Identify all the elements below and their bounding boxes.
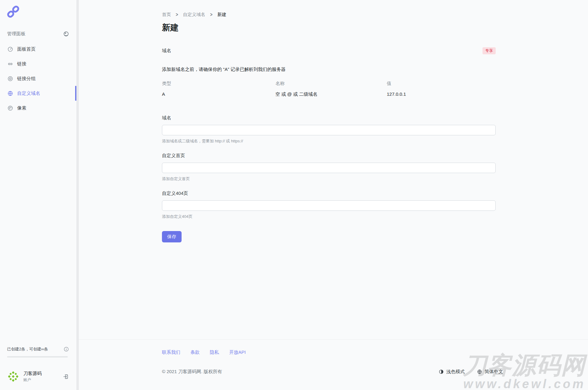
- account-name: 刀客源码: [23, 371, 42, 376]
- target-icon: [7, 76, 13, 82]
- domain-field-helper: 添加域名或二级域名，需要加 http:// 或 https://: [162, 138, 496, 144]
- breadcrumb-home[interactable]: 首页: [162, 12, 171, 17]
- dns-value-type: A: [162, 91, 275, 97]
- sidebar-item-link-groups[interactable]: 链接分组: [0, 71, 76, 86]
- sidebar-item-dashboard[interactable]: 面板首页: [0, 42, 76, 56]
- footer: 联系我们 条款 隐私 开放API © 2021 刀客源码网. 版权所有: [79, 339, 588, 390]
- domain-input[interactable]: [162, 125, 496, 135]
- link-icon: [7, 61, 13, 67]
- account-role: 账户: [23, 377, 42, 383]
- dns-value-name: 空 或 @ 或 二级域名: [275, 91, 387, 97]
- dns-value-value: 127.0.0.1: [387, 91, 496, 97]
- breadcrumb-custom-domains[interactable]: 自定义域名: [183, 12, 206, 17]
- custom-404-field-label: 自定义404页: [162, 191, 496, 196]
- app-logo[interactable]: [0, 5, 76, 23]
- pixel-spiral-icon: [7, 105, 13, 111]
- footer-links: 联系我们 条款 隐私 开放API: [162, 349, 588, 355]
- sidebar-item-label: 像素: [17, 105, 26, 111]
- theme-mode-toggle[interactable]: 浅色模式: [439, 369, 465, 375]
- sidebar-item-label: 自定义域名: [17, 91, 40, 96]
- sidebar-item-custom-domains[interactable]: 自定义域名: [0, 86, 76, 101]
- contrast-icon: [439, 369, 444, 374]
- logout-icon[interactable]: [63, 373, 69, 380]
- link-logo-icon: [6, 5, 76, 19]
- page: 管理面板 面板首页: [0, 0, 588, 390]
- copyright-text: © 2021 刀客源码网. 版权所有: [162, 369, 222, 375]
- dns-header-value: 值: [387, 81, 496, 87]
- dns-note: 添加新域名之前，请确保你的 “A” 记录已解析到我们的服务器: [162, 67, 496, 72]
- sidebar-item-pixels[interactable]: 像素: [0, 101, 76, 115]
- footer-link-contact[interactable]: 联系我们: [162, 349, 180, 355]
- theme-mode-label: 浅色模式: [446, 369, 465, 375]
- sidebar-item-label: 面板首页: [17, 46, 36, 52]
- account-row: 刀客源码 账户: [7, 370, 69, 386]
- panel-header-label: 管理面板: [7, 31, 25, 37]
- panel-header: 管理面板: [0, 30, 76, 37]
- save-button[interactable]: 保存: [162, 231, 182, 242]
- custom-home-field-helper: 添加自定义首页: [162, 176, 496, 182]
- page-title: 新建: [162, 22, 496, 33]
- sidebar-nav: 面板首页 链接 链接分组: [0, 42, 76, 115]
- footer-link-privacy[interactable]: 隐私: [210, 349, 219, 355]
- sidebar-bottom: 已创建2条，可创建∞条: [0, 346, 76, 390]
- custom-404-input[interactable]: [162, 200, 496, 211]
- domain-form: 域名 添加域名或二级域名，需要加 http:// 或 https:// 自定义首…: [162, 115, 496, 242]
- chevron-right-icon: >: [210, 12, 213, 18]
- footer-link-terms[interactable]: 条款: [190, 349, 200, 355]
- main-content: 首页 > 自定义域名 > 新建 新建 域名 专享 添加新域名之前，请确保你的 “…: [79, 0, 588, 390]
- globe-icon: [477, 369, 482, 374]
- language-selector[interactable]: 简体中文: [477, 369, 503, 375]
- language-label: 简体中文: [485, 369, 503, 375]
- dashboard-icon: [7, 46, 13, 52]
- sidebar-item-label: 链接: [17, 61, 26, 67]
- dns-header-type: 类型: [162, 81, 275, 87]
- dns-header-name: 名称: [275, 81, 387, 87]
- sidebar-item-links[interactable]: 链接: [0, 56, 76, 71]
- exclusive-badge: 专享: [482, 47, 496, 54]
- sidebar-item-label: 链接分组: [17, 76, 36, 82]
- usage-text: 已创建2条，可创建∞条: [7, 346, 48, 352]
- usage-progress-bar: [7, 356, 68, 357]
- info-icon[interactable]: [63, 346, 69, 352]
- footer-link-api[interactable]: 开放API: [229, 349, 246, 355]
- breadcrumb: 首页 > 自定义域名 > 新建: [162, 12, 496, 17]
- custom-home-field-label: 自定义首页: [162, 153, 496, 159]
- dns-record-table: 类型 名称 值 A 空 或 @ 或 二级域名 127.0.0.1: [162, 81, 496, 97]
- chevron-right-icon: >: [176, 12, 178, 18]
- sidebar: 管理面板 面板首页: [0, 0, 76, 390]
- globe-icon: [7, 91, 13, 96]
- domain-section-label: 域名: [162, 48, 171, 54]
- domain-field-label: 域名: [162, 115, 496, 121]
- theme-toggle-icon[interactable]: [63, 31, 69, 37]
- avatar: [7, 370, 19, 383]
- custom-404-field-helper: 添加自定义404页: [162, 214, 496, 219]
- custom-home-input[interactable]: [162, 163, 496, 173]
- breadcrumb-current: 新建: [217, 12, 226, 17]
- sidebar-divider: [76, 0, 79, 390]
